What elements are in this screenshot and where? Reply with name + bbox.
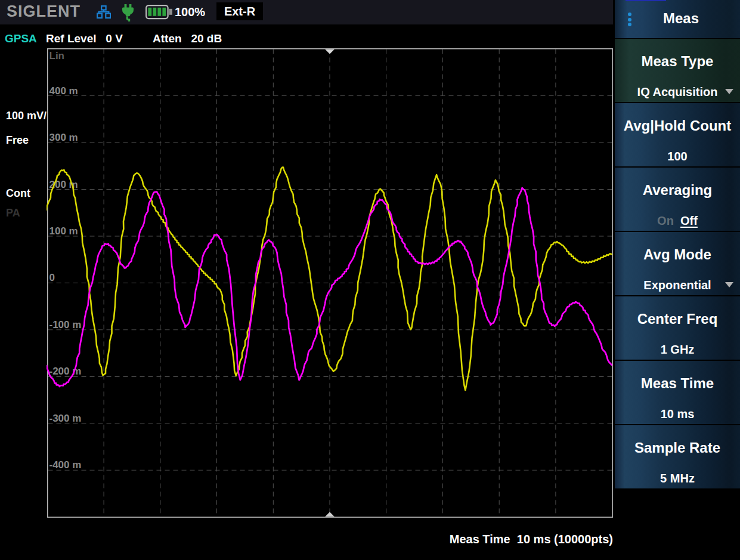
svg-text:0: 0 [49, 272, 55, 283]
svg-text:400 m: 400 m [49, 85, 78, 97]
svg-text:-300 m: -300 m [49, 413, 82, 424]
svg-text:Lin: Lin [49, 50, 65, 61]
svg-text:-200 m: -200 m [49, 366, 82, 377]
svg-text:-400 m: -400 m [49, 459, 82, 471]
svg-text:300 m: 300 m [49, 132, 78, 143]
svg-text:-100 m: -100 m [49, 319, 82, 330]
svg-text:100 m: 100 m [49, 225, 78, 237]
